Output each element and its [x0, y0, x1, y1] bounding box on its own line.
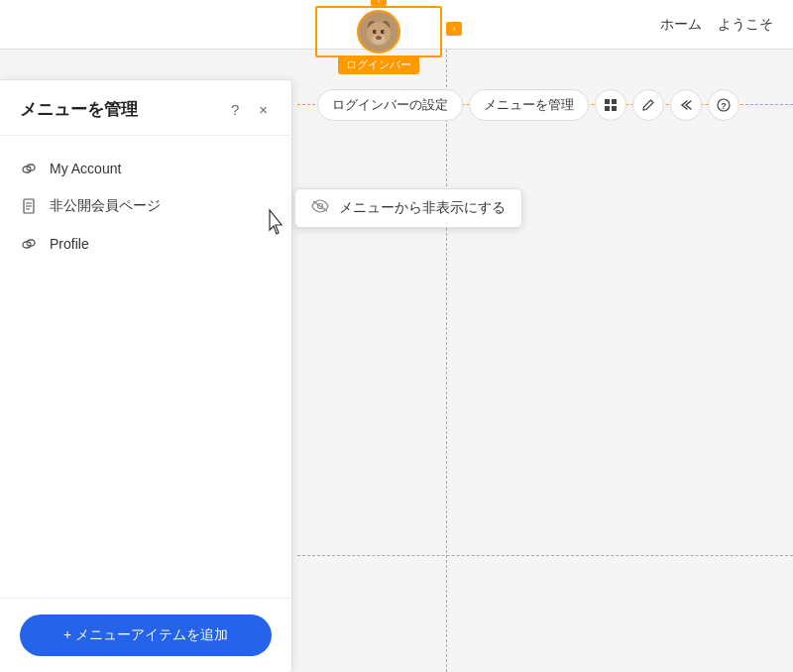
sidebar-panel: メニューを管理 ? × My Account	[0, 79, 292, 672]
list-item[interactable]: Profile	[0, 225, 291, 263]
sidebar-help-button[interactable]: ?	[227, 99, 243, 120]
back-icon-button[interactable]	[670, 89, 702, 121]
menu-item-label: Profile	[50, 236, 89, 252]
avatar	[357, 10, 400, 54]
svg-point-8	[375, 31, 376, 32]
canvas-area: ホーム ようこそ ↓ ›	[0, 0, 793, 672]
list-item[interactable]: My Account	[0, 150, 291, 187]
manage-menu-button[interactable]: メニューを管理	[469, 89, 589, 121]
sidebar-close-button[interactable]: ×	[255, 99, 272, 120]
home-link[interactable]: ホーム	[660, 16, 702, 34]
sidebar-footer: + メニューアイテムを追加	[0, 598, 291, 672]
eye-icon	[311, 199, 329, 217]
toolbar: ログインバーの設定 メニューを管理 ?	[317, 89, 739, 121]
login-bar-element[interactable]: ↓ › ログインバー	[319, 10, 438, 74]
vertical-guide-line	[446, 50, 447, 672]
link-icon	[20, 160, 38, 177]
sidebar-header-actions: ? ×	[227, 99, 272, 120]
login-bar-label: ログインバー	[338, 56, 419, 74]
table-icon-button[interactable]	[595, 89, 626, 121]
horizontal-guide-line	[297, 555, 793, 556]
sidebar-title: メニューを管理	[20, 98, 227, 121]
link-icon	[20, 235, 38, 253]
svg-rect-11	[612, 99, 617, 104]
svg-rect-10	[605, 99, 610, 104]
sidebar-menu-items: My Account 非公開会員ページ	[0, 136, 291, 598]
svg-text:?: ?	[721, 101, 727, 111]
context-menu-label: メニューから非表示にする	[339, 199, 506, 217]
add-menu-item-button[interactable]: + メニューアイテムを追加	[20, 615, 272, 656]
top-nav-links: ホーム ようこそ	[660, 16, 773, 34]
svg-rect-13	[612, 106, 617, 111]
svg-rect-12	[605, 106, 610, 111]
help-icon-button[interactable]: ?	[708, 89, 739, 121]
page-icon	[20, 197, 38, 215]
menu-item-label: My Account	[50, 161, 121, 176]
login-bar-settings-button[interactable]: ログインバーの設定	[317, 89, 463, 121]
welcome-label: ようこそ	[718, 16, 773, 34]
list-item[interactable]: 非公開会員ページ	[0, 187, 291, 225]
context-tooltip[interactable]: メニューから非表示にする	[294, 188, 522, 228]
menu-item-label: 非公開会員ページ	[50, 197, 161, 215]
pen-icon-button[interactable]	[632, 89, 664, 121]
svg-point-9	[383, 31, 384, 32]
sidebar-header: メニューを管理 ? ×	[0, 80, 291, 136]
svg-point-7	[376, 36, 382, 40]
